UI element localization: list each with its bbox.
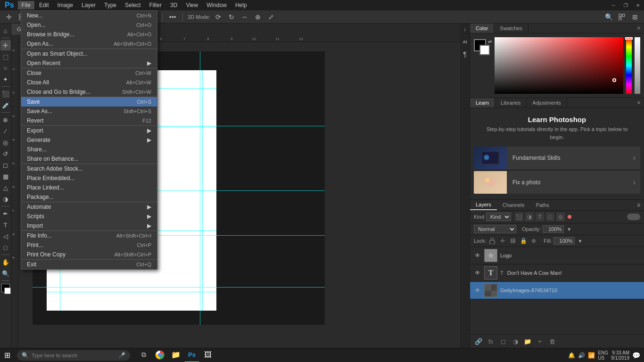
paragraph-icon[interactable]: ¶ [461,50,469,58]
layer-eye-bg[interactable]: 👁 [474,287,481,294]
layers-tab[interactable]: Layers [470,200,497,210]
color-spectrum[interactable] [495,37,623,94]
shape-filter-icon[interactable]: □ [546,213,554,221]
learn-card-fundamental-arrow[interactable]: › [628,154,640,162]
more-options-icon[interactable]: ••• [167,12,178,22]
properties-icon[interactable]: i [461,25,469,34]
layer-mask-icon[interactable]: ◻ [498,337,508,346]
learn-panel-expand[interactable]: ≡ [634,98,644,107]
blend-mode-select[interactable]: Normal [474,225,516,233]
type-filter-icon[interactable]: T [536,213,544,221]
channels-tab[interactable]: Channels [497,200,530,210]
eraser-tool[interactable]: ◻ [0,160,11,170]
menu-view[interactable]: View [182,1,202,9]
opacity-arrow[interactable]: ▼ [567,227,571,232]
lock-artboard-icon[interactable] [509,237,517,245]
path-tool[interactable]: ◁ [0,231,11,241]
3d-roll-icon[interactable]: ↻ [226,12,237,22]
lock-all-icon[interactable]: 🔒 [519,237,528,245]
background-swatch[interactable] [479,45,490,55]
menu-share-behance[interactable]: Share on Behance... [21,154,157,164]
start-button[interactable]: ⊞ [0,348,14,362]
crop-tool[interactable]: ⬛ [0,89,11,99]
menu-open-smart[interactable]: Open as Smart Object... [21,49,157,58]
move-tool-icon[interactable]: ✛ [4,12,14,22]
learn-card-fix-photo[interactable]: Fix a photo › [474,171,640,194]
3d-orbit-icon[interactable]: ⟳ [213,12,223,22]
lasso-tool[interactable]: ○ [0,63,11,73]
menu-place-embedded[interactable]: Place Embedded... [21,173,157,183]
close-button[interactable]: ✕ [632,0,644,10]
learn-tab[interactable]: Learn [470,98,495,107]
menu-file[interactable]: File [18,1,34,9]
clone-tool[interactable]: ◎ [0,137,11,148]
kind-select[interactable]: Kind [486,213,511,221]
menu-filter[interactable]: Filter [145,1,165,9]
menu-3d[interactable]: 3D [166,1,181,9]
home-tool[interactable]: ⌂ [0,25,11,36]
menu-scripts[interactable]: Scripts ▶ [21,212,157,221]
type-tool[interactable]: T [0,220,11,230]
menu-type[interactable]: Type [100,1,120,9]
volume-icon[interactable]: 🔊 [578,352,585,359]
layer-fx-icon[interactable]: fx [486,337,495,346]
taskbar-search[interactable]: 🔍 Type here to search 🎤 [17,350,130,361]
gradient-tool[interactable]: ▦ [0,171,11,181]
magic-wand-tool[interactable]: ✦ [0,74,11,84]
shape-tool[interactable]: □ [0,242,11,253]
restore-button[interactable]: ❐ [619,0,632,10]
menu-package[interactable]: Package... [21,192,157,202]
learn-card-fix-photo-arrow[interactable]: › [628,178,640,187]
fill-arrow[interactable]: ▼ [578,239,582,244]
filter-toggle[interactable] [627,214,640,220]
taskbar-explorer[interactable]: 📁 [169,348,183,362]
notification-icon[interactable]: 💬 [632,352,640,359]
layer-item-logo[interactable]: 👁 Logo [470,247,644,264]
menu-print[interactable]: Print... Ctrl+P [21,240,157,250]
minimize-button[interactable]: ─ [607,0,619,10]
menu-adobe-stock[interactable]: Search Adobe Stock... [21,164,157,173]
menu-automate[interactable]: Automate ▶ [21,202,157,212]
menu-import[interactable]: Import ▶ [21,221,157,231]
blur-tool[interactable]: △ [0,182,11,193]
lock-pixels-icon[interactable] [488,237,496,245]
zoom-tool[interactable]: 🔍 [0,268,11,279]
search-icon[interactable]: 🔍 [603,12,614,22]
layer-item-text[interactable]: 👁 T T Don't Have A Cow Man! [470,264,644,282]
menu-edit[interactable]: Edit [35,1,53,9]
file-menu-dropdown[interactable]: New... Ctrl+N Open... Ctrl+O Browse in B… [21,10,157,270]
mic-icon[interactable]: 🎤 [118,352,125,359]
menu-ps[interactable]: Ps [2,1,17,9]
menu-export[interactable]: Export ▶ [21,126,157,135]
history-brush-tool[interactable]: ↺ [0,148,11,159]
3d-scale-icon[interactable]: ⤢ [266,12,276,22]
menu-layer[interactable]: Layer [78,1,99,9]
lock-move-icon[interactable]: ✛ [498,237,507,245]
menu-open-as[interactable]: Open As... Alt+Shift+Ctrl+O [21,39,157,49]
3d-pan-icon[interactable]: ↔ [239,12,250,22]
pen-tool[interactable]: ✒ [0,208,11,219]
menu-place-linked[interactable]: Place Linked... [21,183,157,192]
workspace-icon[interactable] [617,12,627,22]
network-icon[interactable]: 🔔 [568,352,575,359]
adjustments-tab[interactable]: Adjustments [527,98,567,107]
layer-delete-icon[interactable]: 🗑 [547,337,557,346]
menu-share[interactable]: Share... [21,145,157,154]
learn-card-fundamental[interactable]: Fundamental Skills › [474,147,640,169]
adjust-filter-icon[interactable]: ◑ [525,213,534,221]
hand-tool[interactable]: ✋ [0,257,11,267]
paths-tab[interactable]: Paths [530,200,555,210]
layers-expand-icon[interactable]: ≡ [633,200,644,210]
layer-adjustment-icon[interactable]: ◑ [511,337,520,346]
color-tab[interactable]: Color [470,24,494,33]
healing-tool[interactable]: ⊕ [0,115,11,125]
menu-select[interactable]: Select [121,1,144,9]
swap-colors-icon[interactable]: ⇄ [488,39,492,44]
system-clock[interactable]: 9:33 AM 9/1/2019 [611,350,629,361]
3d-slide-icon[interactable]: ⊕ [253,12,263,22]
hue-slider[interactable] [626,37,632,94]
dodge-tool[interactable]: ◑ [0,194,11,204]
taskbar-photoshop[interactable]: Ps [185,348,199,362]
menu-help[interactable]: Help [231,1,251,9]
background-color[interactable] [4,288,11,294]
